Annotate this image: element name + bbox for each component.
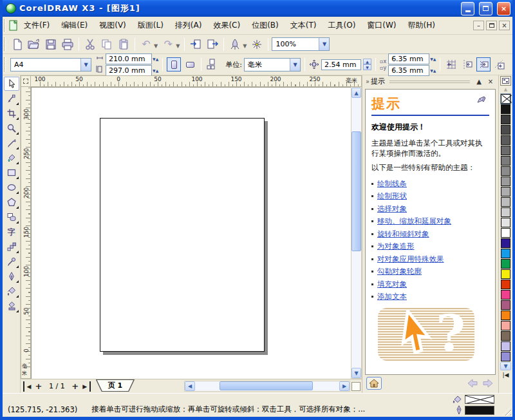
drawing-canvas[interactable] [31, 87, 351, 379]
ellipse-tool[interactable] [4, 180, 19, 195]
color-swatch[interactable] [501, 300, 510, 310]
snap-to-grid-button[interactable] [444, 57, 458, 72]
color-swatch[interactable] [501, 321, 510, 330]
scrollbar-corner-box[interactable] [351, 382, 360, 391]
color-swatch[interactable] [501, 177, 510, 186]
snap-dynamic-guides-button[interactable] [492, 57, 507, 72]
pick-tool[interactable] [4, 77, 19, 91]
link-rotate-skew[interactable]: 旋转和倾斜对象 [377, 229, 429, 239]
all-pages-button[interactable] [205, 57, 220, 72]
close-button[interactable]: × [497, 2, 510, 15]
save-button[interactable] [43, 37, 59, 52]
no-color-swatch[interactable] [501, 94, 510, 104]
corel-online-button[interactable] [249, 37, 265, 52]
units-combo[interactable]: 毫米 ▼ [244, 58, 301, 72]
menu-effects[interactable]: 效果(C) [207, 18, 246, 33]
menu-bitmaps[interactable]: 位图(B) [246, 18, 285, 33]
ruler-origin-button[interactable] [21, 75, 31, 87]
fill-color-swatch[interactable] [465, 395, 494, 404]
menu-layout[interactable]: 版面(L) [132, 18, 169, 33]
link-shape-objects[interactable]: 为对象造形 [377, 242, 415, 251]
minimize-button[interactable] [461, 2, 474, 15]
menu-arrange[interactable]: 排列(A) [169, 18, 208, 33]
scroll-right-button[interactable]: ▶ [339, 381, 350, 391]
export-button[interactable] [205, 37, 220, 52]
color-swatch[interactable] [501, 115, 510, 124]
duplicate-x-spinner[interactable]: ▼▲ [430, 57, 436, 61]
crop-tool[interactable] [4, 106, 19, 120]
freehand-tool[interactable] [4, 136, 19, 150]
horizontal-ruler[interactable]: 100 50 0 50 100 150 200 250 毫米 [31, 75, 362, 87]
duplicate-y-spinner[interactable]: ▼▲ [430, 68, 436, 73]
docker-float-icon[interactable]: ›› [366, 78, 368, 85]
zoom-tool[interactable] [4, 121, 19, 135]
page-tab[interactable]: 页 1 [96, 379, 135, 392]
color-swatch[interactable] [501, 228, 510, 238]
back-button[interactable] [466, 377, 479, 389]
interactive-fill-tool[interactable] [4, 299, 19, 313]
eyedropper-tool[interactable] [4, 254, 19, 269]
color-swatch[interactable] [501, 331, 510, 341]
zoom-level-combo[interactable]: 100% ▼ [272, 37, 330, 51]
fill-tool[interactable] [4, 284, 19, 298]
menu-edit[interactable]: 编辑(E) [55, 18, 93, 33]
mdi-restore-button[interactable] [486, 21, 497, 30]
color-swatch[interactable] [501, 197, 510, 207]
redo-dropdown[interactable]: ▼ [176, 43, 180, 49]
palette-scroll-up-button[interactable]: ▲ [500, 86, 511, 93]
horizontal-scrollbar[interactable]: ◀ ▶ [184, 381, 350, 392]
link-draw-lines[interactable]: 绘制线条 [377, 179, 407, 189]
polygon-tool[interactable] [4, 195, 19, 209]
add-page-before-button[interactable]: + [33, 381, 44, 392]
link-move-scale-stretch[interactable]: 移动、缩放和延展对象 [377, 216, 451, 226]
chevron-down-icon[interactable]: ▼ [319, 38, 329, 50]
docker-title-bar[interactable]: ›› 提示 ▲ × [362, 75, 498, 88]
menu-file[interactable]: 文件(F) [18, 18, 55, 33]
vertical-ruler[interactable]: 300 250 200 150 100 50 0 毫米 [21, 87, 31, 379]
import-button[interactable] [188, 37, 203, 52]
menubar-grip[interactable] [4, 19, 6, 32]
link-outline-objects[interactable]: 勾勒对象轮廓 [377, 267, 422, 276]
color-swatch[interactable] [501, 249, 510, 258]
rectangle-tool[interactable] [4, 166, 19, 180]
toolbar-grip[interactable] [4, 37, 6, 50]
first-page-button[interactable]: ◀ [23, 381, 33, 392]
link-special-effects[interactable]: 对对象应用特殊效果 [377, 254, 444, 264]
text-tool[interactable]: 字 [4, 225, 19, 239]
last-page-button[interactable]: ▶ [80, 381, 91, 392]
color-swatch[interactable] [501, 156, 510, 166]
color-swatch[interactable] [501, 290, 510, 300]
palette-options-button[interactable] [500, 76, 511, 86]
color-swatch[interactable] [501, 187, 510, 196]
add-page-after-button[interactable]: + [70, 381, 80, 392]
link-fill-objects[interactable]: 填充对象 [377, 280, 407, 289]
color-swatch[interactable] [501, 218, 510, 227]
outline-color-swatch[interactable] [465, 406, 494, 415]
link-add-text[interactable]: 添加文本 [377, 292, 407, 301]
snap-to-objects-button[interactable] [476, 57, 491, 72]
snap-to-guidelines-button[interactable] [460, 57, 474, 72]
portrait-button[interactable] [167, 57, 181, 72]
redo-button[interactable]: ↷ [160, 37, 176, 52]
menu-help[interactable]: 帮助(H) [402, 18, 441, 33]
undo-dropdown[interactable]: ▼ [154, 43, 158, 49]
palette-expand-button[interactable]: |◀ [503, 372, 509, 378]
color-swatch[interactable] [501, 207, 510, 217]
landscape-button[interactable] [183, 57, 197, 72]
duplicate-y-field[interactable]: 6.35 mm [388, 65, 429, 76]
paper-preset-combo[interactable]: A4 ▼ [10, 58, 91, 72]
launcher-dropdown[interactable]: ▼ [243, 43, 247, 49]
mdi-close-button[interactable]: × [499, 21, 510, 30]
vscroll-thumb[interactable] [351, 131, 361, 251]
palette-scroll-down-button[interactable]: ▼ [500, 362, 511, 370]
vertical-scrollbar[interactable]: ▲ ▼ [351, 87, 362, 379]
new-document-button[interactable] [10, 37, 25, 52]
print-button[interactable] [60, 37, 75, 52]
paper-height-field[interactable]: 297.0 mm [106, 65, 152, 76]
menu-view[interactable]: 视图(V) [93, 18, 132, 33]
home-button[interactable] [366, 377, 382, 390]
scroll-up-button[interactable]: ▲ [351, 88, 361, 98]
color-swatch[interactable] [501, 238, 510, 248]
vscroll-track[interactable] [351, 98, 361, 368]
menu-text[interactable]: 文本(T) [285, 18, 323, 33]
